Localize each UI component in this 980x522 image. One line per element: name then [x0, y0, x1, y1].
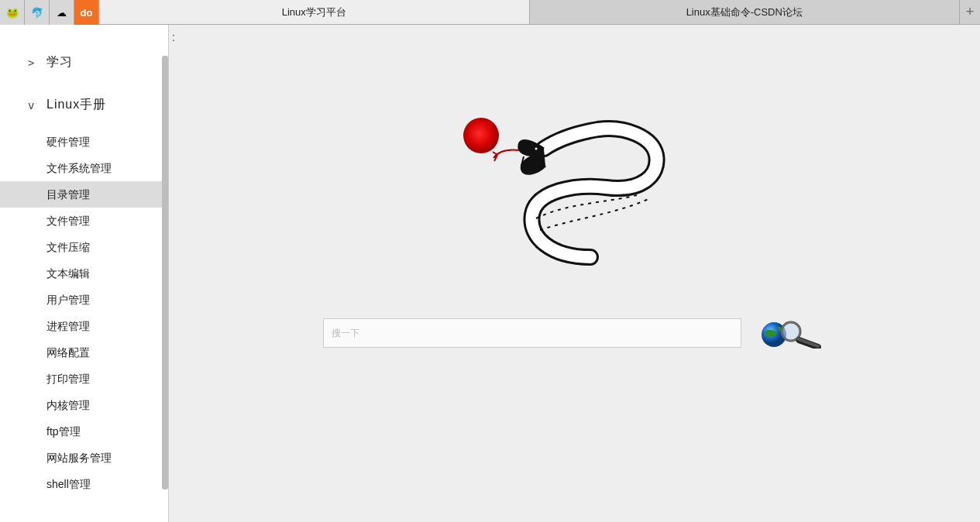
site-icon-1[interactable]: 🐸 — [0, 0, 25, 25]
browser-tab-active[interactable]: Linux学习平台 — [99, 0, 530, 24]
scrollbar-thumb[interactable] — [162, 56, 168, 489]
site-icon-2[interactable]: 🐬 — [25, 0, 50, 25]
sidebar-item-text-edit[interactable]: 文本编辑 — [0, 260, 168, 287]
chevron-down-icon: v — [28, 99, 34, 112]
sidebar-item-print[interactable]: 打印管理 — [0, 366, 168, 392]
nav-section-label: 学习 — [46, 54, 73, 70]
tab-label: Linux基础命令-CSDN论坛 — [686, 5, 803, 19]
stray-text: : — [172, 31, 175, 43]
sidebar-item-shell[interactable]: shell管理 — [0, 471, 168, 497]
red-dot-icon — [463, 118, 499, 153]
search-input[interactable] — [323, 318, 741, 348]
sidebar-item-kernel[interactable]: 内核管理 — [0, 392, 168, 418]
site-icon-4[interactable]: do — [74, 0, 99, 25]
tab-label: Linux学习平台 — [282, 5, 346, 19]
sidebar-item-compress[interactable]: 文件压缩 — [0, 234, 168, 260]
sidebar-item-filesystem[interactable]: 文件系统管理 — [0, 155, 168, 181]
snake-logo — [459, 110, 691, 273]
browser-tab-inactive[interactable]: Linux基础命令-CSDN论坛 — [530, 0, 961, 24]
nav-section-example[interactable]: > 实例 — [0, 516, 168, 522]
nav-section-learn[interactable]: > 学习 — [0, 48, 168, 77]
sidebar: > 学习 v Linux手册 硬件管理 文件系统管理 目录管理 文件管理 文件压… — [0, 25, 169, 522]
search-row — [323, 318, 827, 349]
browser-tab-bar: 🐸 🐬 ☁ do Linux学习平台 Linux基础命令-CSDN论坛 + — [0, 0, 980, 25]
sidebar-item-network[interactable]: 网络配置 — [0, 339, 168, 366]
sidebar-item-web-service[interactable]: 网站服务管理 — [0, 445, 168, 471]
nav-section-linux-manual[interactable]: v Linux手册 — [0, 91, 168, 119]
search-button[interactable] — [757, 318, 827, 349]
new-tab-button[interactable]: + — [960, 0, 980, 24]
linux-manual-list: 硬件管理 文件系统管理 目录管理 文件管理 文件压缩 文本编辑 用户管理 进程管… — [0, 129, 168, 497]
sidebar-item-process[interactable]: 进程管理 — [0, 313, 168, 339]
sidebar-item-user[interactable]: 用户管理 — [0, 287, 168, 313]
sidebar-item-ftp[interactable]: ftp管理 — [0, 418, 168, 445]
sidebar-item-hardware[interactable]: 硬件管理 — [0, 129, 168, 155]
site-icon-3[interactable]: ☁ — [50, 0, 74, 25]
nav-section-label: Linux手册 — [46, 97, 106, 113]
hero-logo-area — [459, 110, 691, 273]
globe-magnifier-icon — [757, 318, 827, 349]
sidebar-item-directory[interactable]: 目录管理 — [0, 181, 168, 208]
sidebar-item-file[interactable]: 文件管理 — [0, 208, 168, 234]
sidebar-scrollbar[interactable] — [162, 25, 168, 522]
main-area: > 学习 v Linux手册 硬件管理 文件系统管理 目录管理 文件管理 文件压… — [0, 25, 980, 522]
content-area: : — [169, 25, 980, 522]
svg-point-0 — [534, 146, 538, 151]
chevron-right-icon: > — [28, 57, 34, 69]
